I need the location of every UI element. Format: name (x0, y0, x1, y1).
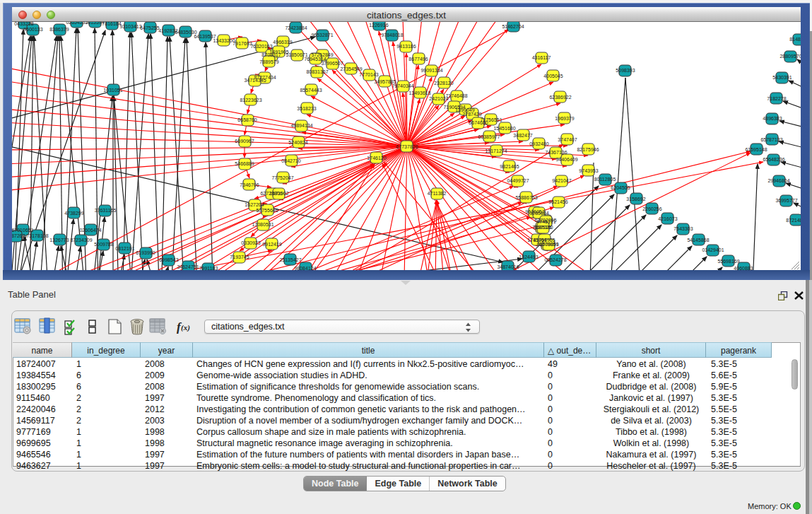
svg-text:0812191: 0812191 (115, 246, 134, 251)
svg-text:1226916: 1226916 (369, 23, 388, 28)
svg-text:3518233: 3518233 (297, 106, 316, 111)
svg-text:61595148: 61595148 (745, 147, 767, 152)
svg-text:0842710: 0842710 (281, 158, 300, 163)
svg-text:74367136: 74367136 (545, 150, 567, 155)
svg-text:8721489: 8721489 (786, 218, 801, 223)
svg-text:8677496: 8677496 (408, 57, 428, 62)
svg-text:01429401: 01429401 (702, 247, 724, 252)
svg-text:7917693: 7917693 (233, 41, 252, 46)
svg-text:9521456: 9521456 (548, 199, 567, 204)
svg-text:9413186: 9413186 (396, 44, 416, 49)
svg-text:9421047: 9421047 (552, 178, 571, 183)
svg-text:13433200: 13433200 (213, 38, 235, 43)
svg-text:80112805: 80112805 (594, 177, 616, 182)
svg-text:37996507: 37996507 (321, 61, 343, 66)
svg-text:2260256: 2260256 (642, 206, 661, 211)
svg-text:9743953: 9743953 (579, 168, 598, 173)
svg-text:8148932: 8148932 (789, 37, 801, 42)
svg-text:4966319: 4966319 (273, 40, 292, 45)
svg-text:3685160: 3685160 (534, 225, 553, 230)
svg-text:4060883: 4060883 (734, 266, 753, 270)
svg-text:73178108: 73178108 (26, 233, 48, 238)
svg-text:2328120: 2328120 (434, 81, 453, 86)
svg-text:3387262: 3387262 (12, 233, 25, 238)
svg-text:6193990: 6193990 (136, 250, 155, 255)
svg-text:7193745: 7193745 (230, 255, 249, 259)
svg-text:25135427: 25135427 (279, 257, 301, 262)
svg-text:13171274: 13171274 (485, 148, 507, 153)
svg-text:6998543: 6998543 (159, 257, 178, 262)
svg-text:93103413: 93103413 (119, 24, 141, 29)
svg-text:34714345: 34714345 (244, 78, 266, 83)
svg-text:7182278: 7182278 (767, 96, 786, 101)
svg-text:4005045: 4005045 (543, 74, 563, 78)
svg-text:6690967: 6690967 (235, 139, 254, 144)
svg-text:62386922: 62386922 (549, 95, 571, 100)
svg-text:27354549: 27354549 (340, 66, 362, 71)
svg-text:1824493: 1824493 (519, 255, 538, 259)
svg-text:15451680: 15451680 (493, 126, 515, 131)
svg-text:34624751: 34624751 (177, 264, 199, 269)
svg-text:82175946: 82175946 (577, 147, 599, 152)
svg-text:0330923: 0330923 (241, 240, 260, 245)
svg-text:98084124: 98084124 (294, 266, 316, 270)
svg-text:17080531: 17080531 (252, 222, 273, 227)
svg-text:1969379: 1969379 (555, 116, 574, 121)
svg-text:2787429: 2787429 (462, 112, 481, 117)
svg-text:80831367: 80831367 (306, 69, 328, 74)
svg-text:5240824: 5240824 (288, 140, 307, 145)
svg-text:5098393: 5098393 (616, 68, 635, 73)
svg-text:9912419: 9912419 (262, 242, 281, 247)
svg-text:7816184: 7816184 (102, 22, 121, 26)
svg-text:3285884: 3285884 (529, 211, 548, 216)
svg-text:76320163: 76320163 (250, 44, 272, 49)
svg-text:3747407: 3747407 (558, 137, 577, 142)
svg-text:5009788: 5009788 (94, 242, 113, 247)
svg-text:77752047: 77752047 (271, 175, 293, 180)
svg-text:4711382: 4711382 (428, 191, 447, 196)
svg-text:5674680: 5674680 (469, 120, 488, 125)
svg-text:28809570: 28809570 (779, 54, 801, 59)
svg-text:00524278: 00524278 (544, 257, 566, 262)
svg-text:53755646: 53755646 (256, 208, 278, 213)
svg-text:6475255: 6475255 (140, 25, 159, 30)
svg-text:6204505: 6204505 (611, 185, 630, 190)
svg-text:7770143: 7770143 (359, 72, 378, 77)
svg-text:37631165: 37631165 (95, 208, 117, 213)
svg-text:71746488: 71746488 (445, 93, 467, 98)
svg-text:1671902: 1671902 (269, 191, 288, 196)
svg-text:5466889: 5466889 (235, 161, 254, 166)
svg-text:55698169: 55698169 (717, 259, 739, 264)
svg-text:0433218: 0433218 (14, 22, 33, 26)
svg-text:67010651: 67010651 (12, 228, 34, 233)
svg-text:5430391: 5430391 (772, 75, 792, 80)
svg-text:67737826: 67737826 (396, 144, 418, 149)
svg-text:7991183: 7991183 (199, 266, 218, 270)
svg-text:72423884: 72423884 (285, 25, 307, 30)
svg-text:02606474: 02606474 (79, 228, 101, 233)
svg-text:49894134: 49894134 (290, 123, 312, 128)
svg-text:(x): (x) (181, 323, 190, 332)
svg-text:0932480: 0932480 (529, 141, 548, 146)
svg-text:81223623: 81223623 (240, 98, 261, 103)
svg-text:79740344: 79740344 (392, 83, 413, 88)
svg-text:04499727: 04499727 (507, 178, 529, 183)
svg-text:1627204: 1627204 (245, 202, 264, 207)
svg-text:3482477: 3482477 (513, 133, 532, 138)
svg-text:4738299: 4738299 (64, 211, 83, 216)
svg-text:36995777: 36995777 (775, 198, 797, 203)
svg-text:9600133: 9600133 (23, 27, 42, 32)
svg-text:65787133: 65787133 (760, 137, 782, 142)
svg-text:96532871: 96532871 (311, 33, 333, 37)
svg-text:34874016: 34874016 (497, 264, 519, 269)
svg-text:6658760: 6658760 (237, 117, 257, 122)
svg-text:4316117: 4316117 (532, 55, 551, 60)
svg-text:7346706: 7346706 (240, 182, 259, 187)
svg-text:8386379: 8386379 (49, 27, 69, 32)
svg-text:3158692: 3158692 (626, 197, 645, 201)
svg-text:87234309: 87234309 (70, 238, 92, 243)
svg-text:94406409: 94406409 (555, 157, 577, 162)
svg-text:4896383: 4896383 (763, 116, 782, 121)
svg-text:13493618: 13493618 (408, 90, 430, 95)
svg-text:97848018: 97848018 (381, 33, 403, 37)
